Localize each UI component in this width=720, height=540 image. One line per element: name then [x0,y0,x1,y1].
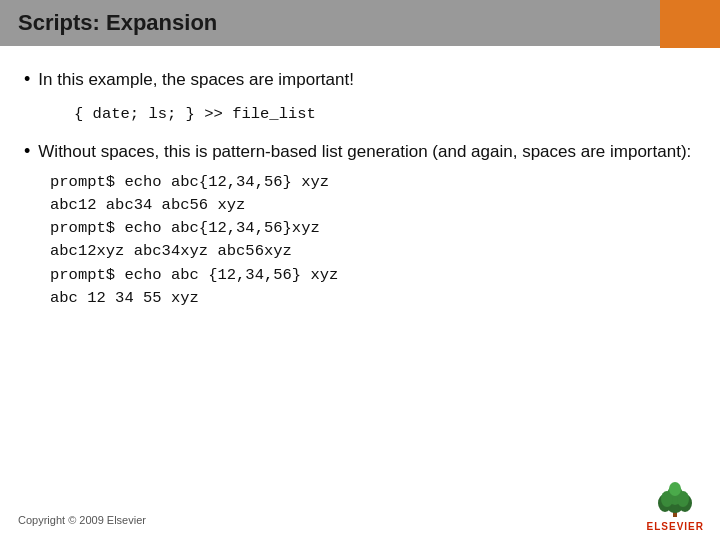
code-block-2: prompt$ echo abc{12,34,56} xyzabc12 abc3… [50,171,696,311]
slide-title: Scripts: Expansion [18,10,217,36]
bullet-2: • Without spaces, this is pattern-based … [24,140,696,165]
bullet-1: • In this example, the spaces are import… [24,68,696,93]
bullet-2-text: Without spaces, this is pattern-based li… [38,140,691,165]
bullet-dot-1: • [24,69,30,90]
code-block-1: { date; ls; } >> file_list [74,103,696,126]
bullet-1-text: In this example, the spaces are importan… [38,68,354,93]
code-line: abc12xyz abc34xyz abc56xyz [50,240,696,263]
slide-content: • In this example, the spaces are import… [0,46,720,310]
code-line: prompt$ echo abc {12,34,56} xyz [50,264,696,287]
elsevier-logo-container: ELSEVIER [647,481,704,532]
slide-footer: Copyright © 2009 Elsevier [18,514,146,526]
bullet-dot-2: • [24,141,30,162]
slide-header: Scripts: Expansion [0,0,720,46]
elsevier-tree-icon [651,481,699,519]
code-line: abc12 abc34 abc56 xyz [50,194,696,217]
svg-point-7 [669,482,681,496]
code-line: prompt$ echo abc{12,34,56}xyz [50,217,696,240]
code-line: abc 12 34 55 xyz [50,287,696,310]
code-line: prompt$ echo abc{12,34,56} xyz [50,171,696,194]
copyright-text: Copyright © 2009 Elsevier [18,514,146,526]
elsevier-label: ELSEVIER [647,521,704,532]
orange-accent [660,0,720,48]
